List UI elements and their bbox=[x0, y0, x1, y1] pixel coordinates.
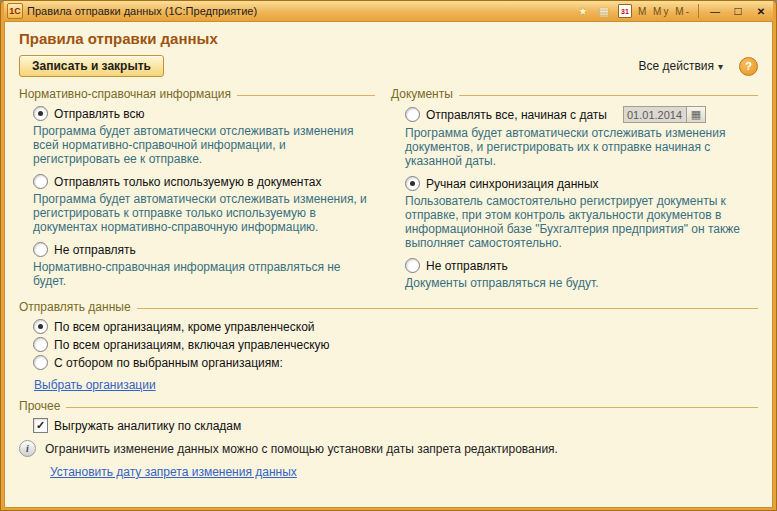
titlebar-divider bbox=[698, 4, 699, 18]
radio-label: По всем организациям, включая управленче… bbox=[54, 338, 330, 352]
chevron-down-icon bbox=[718, 59, 723, 73]
radio-docs-dont-send[interactable]: Не отправлять bbox=[391, 258, 758, 273]
top-columns: Нормативно-справочная информация Отправл… bbox=[19, 85, 758, 298]
other-group-title: Прочее bbox=[19, 399, 60, 413]
radio-docs-send-from-date[interactable]: Отправлять все, начиная с даты bbox=[391, 106, 758, 123]
checkbox[interactable] bbox=[33, 418, 48, 433]
form-client-area: Правила отправки данных Записать и закры… bbox=[4, 21, 773, 508]
set-data-change-ban-date-link[interactable]: Установить дату запрета изменения данных bbox=[50, 465, 297, 479]
radio-button[interactable] bbox=[33, 355, 48, 370]
group-rule bbox=[459, 95, 758, 96]
all-actions-label: Все действия bbox=[639, 59, 714, 73]
radio-nsi-send-used-only[interactable]: Отправлять только используемую в докумен… bbox=[19, 174, 375, 189]
nsi-send-all-description: Программа будет автоматически отслеживат… bbox=[19, 124, 375, 166]
radio-button[interactable] bbox=[405, 258, 420, 273]
docs-dont-send-description: Документы отправляться не будут. bbox=[391, 276, 758, 290]
radio-docs-manual-sync[interactable]: Ручная синхронизация данных bbox=[391, 176, 758, 191]
radio-label: Отправлять все, начиная с даты bbox=[426, 108, 607, 122]
date-picker-button[interactable] bbox=[687, 106, 706, 123]
radio-orgs-all-except-management[interactable]: По всем организациям, кроме управленческ… bbox=[19, 319, 758, 334]
radio-nsi-send-all[interactable]: Отправлять всю bbox=[19, 106, 375, 121]
titlebar-extra-text: М Му М- bbox=[638, 6, 691, 17]
group-rule bbox=[66, 407, 758, 408]
radio-label: Отправлять всю bbox=[54, 107, 145, 121]
section-send-data: Отправлять данные По всем организациям, … bbox=[19, 300, 758, 393]
close-button[interactable] bbox=[752, 4, 770, 19]
info-icon: i bbox=[19, 440, 36, 457]
select-organizations-link[interactable]: Выбрать организации bbox=[34, 378, 156, 392]
app-icon-1c: 1С bbox=[7, 3, 23, 19]
radio-button[interactable] bbox=[33, 106, 48, 121]
nsi-send-used-only-description: Программа будет автоматически отслеживат… bbox=[19, 192, 375, 234]
help-button[interactable]: ? bbox=[739, 57, 758, 76]
documents-group-title: Документы bbox=[391, 87, 453, 101]
select-organizations-row: Выбрать организации bbox=[19, 375, 758, 393]
docs-send-from-date-description: Программа будет автоматически отслеживат… bbox=[391, 126, 758, 168]
documents-group-header: Документы bbox=[391, 87, 758, 101]
command-bar-right: Все действия ? bbox=[635, 57, 759, 76]
section-nsi: Нормативно-справочная информация Отправл… bbox=[19, 85, 375, 298]
nsi-group-title: Нормативно-справочная информация bbox=[19, 87, 231, 101]
all-actions-button[interactable]: Все действия bbox=[635, 57, 728, 75]
radio-button[interactable] bbox=[33, 319, 48, 334]
other-group-header: Прочее bbox=[19, 399, 758, 413]
group-rule bbox=[237, 95, 375, 96]
radio-button[interactable] bbox=[405, 107, 420, 122]
nsi-group-header: Нормативно-справочная информация bbox=[19, 87, 375, 101]
maximize-button[interactable] bbox=[729, 4, 747, 19]
radio-label: Не отправлять bbox=[426, 259, 508, 273]
info-row: i Ограничить изменение данных можно с по… bbox=[19, 440, 758, 457]
radio-nsi-dont-send[interactable]: Не отправлять bbox=[19, 242, 375, 257]
docs-manual-sync-description: Пользователь самостоятельно регистрирует… bbox=[391, 194, 758, 250]
checkbox-export-warehouse-analytics[interactable]: Выгружать аналитику по складам bbox=[19, 418, 758, 433]
start-date-input[interactable] bbox=[623, 106, 687, 123]
calendar-picker-icon bbox=[691, 108, 701, 121]
command-bar: Записать и закрыть Все действия ? bbox=[19, 55, 758, 77]
info-text: Ограничить изменение данных можно с помо… bbox=[45, 442, 558, 456]
radio-orgs-all-including-management[interactable]: По всем организациям, включая управленче… bbox=[19, 337, 758, 352]
radio-label: Не отправлять bbox=[54, 243, 136, 257]
send-data-group-header: Отправлять данные bbox=[19, 300, 758, 314]
radio-button[interactable] bbox=[33, 337, 48, 352]
radio-button[interactable] bbox=[33, 242, 48, 257]
section-documents: Документы Отправлять все, начиная с даты… bbox=[391, 85, 758, 298]
start-date-field bbox=[623, 106, 706, 123]
titlebar[interactable]: 1С Правила отправки данных (1С:Предприят… bbox=[4, 1, 773, 21]
radio-orgs-selected[interactable]: С отбором по выбранным организациям: bbox=[19, 355, 758, 370]
calendar-31-glyph: 31 bbox=[618, 4, 632, 18]
page-title: Правила отправки данных bbox=[19, 30, 758, 47]
window-title: Правила отправки данных (1С:Предприятие) bbox=[27, 5, 257, 17]
radio-label: Ручная синхронизация данных bbox=[426, 177, 599, 191]
section-other: Прочее Выгружать аналитику по складам i … bbox=[19, 399, 758, 480]
minimize-button[interactable] bbox=[706, 4, 724, 19]
radio-button[interactable] bbox=[405, 176, 420, 191]
send-data-group-title: Отправлять данные bbox=[19, 300, 131, 314]
checkbox-label: Выгружать аналитику по складам bbox=[54, 419, 241, 433]
nsi-dont-send-description: Нормативно-справочная информация отправл… bbox=[19, 260, 375, 288]
group-rule bbox=[137, 308, 758, 309]
radio-label: По всем организациям, кроме управленческ… bbox=[54, 320, 315, 334]
table-icon[interactable] bbox=[596, 4, 612, 19]
radio-label: Отправлять только используемую в докумен… bbox=[54, 175, 322, 189]
calendar-icon[interactable]: 31 bbox=[617, 4, 633, 19]
favorites-star-icon[interactable] bbox=[575, 4, 591, 19]
set-ban-date-row: Установить дату запрета изменения данных bbox=[19, 462, 758, 480]
radio-button[interactable] bbox=[33, 174, 48, 189]
radio-label: С отбором по выбранным организациям: bbox=[54, 356, 283, 370]
save-and-close-button[interactable]: Записать и закрыть bbox=[19, 55, 164, 77]
titlebar-controls: 31 М Му М- bbox=[575, 4, 770, 19]
app-window: 1С Правила отправки данных (1С:Предприят… bbox=[0, 0, 777, 511]
